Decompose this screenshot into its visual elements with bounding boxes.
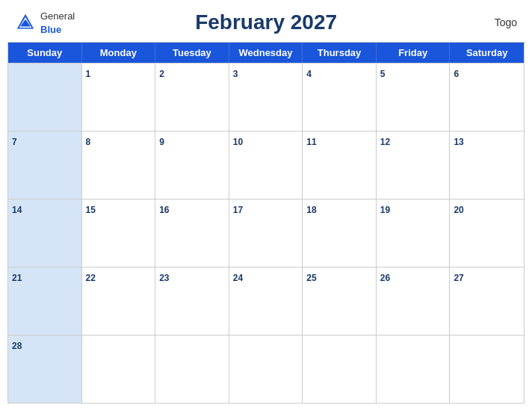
header-saturday: Saturday [450,43,524,63]
calendar-cell: 14 [8,200,82,267]
calendar-cell: 25 [303,268,377,335]
calendar-cell: 24 [229,268,303,335]
calendar-cell: 15 [82,200,156,267]
header-friday: Friday [377,43,451,63]
logo-icon [15,12,36,33]
calendar-cell: 11 [303,132,377,199]
cell-number: 28 [12,341,22,351]
cell-number: 5 [380,69,386,79]
cell-number: 6 [454,69,459,79]
calendar-cell: 10 [229,132,303,199]
cell-number: 26 [380,273,390,283]
cell-number: 17 [233,205,243,215]
cell-number: 9 [159,137,164,147]
logo: General Blue [15,9,75,36]
calendar-cell: 27 [450,268,524,335]
logo-general: General [40,10,75,22]
cell-number: 2 [159,69,164,79]
calendar-cell [82,336,156,403]
calendar-cell: 20 [450,200,524,267]
cell-number: 19 [380,205,390,215]
calendar-cell [377,336,451,403]
calendar-cell: 9 [155,132,229,199]
cell-number: 24 [233,273,243,283]
days-header: Sunday Monday Tuesday Wednesday Thursday… [8,43,524,63]
header-wednesday: Wednesday [229,43,303,63]
cell-number: 23 [159,273,169,283]
week-row-3: 14151617181920 [8,199,524,267]
page-header: General Blue February 2027 Togo [0,0,532,42]
calendar-cell: 7 [8,132,82,199]
week-row-5: 28 [8,335,524,403]
calendar-cell: 6 [450,64,524,131]
calendar-cell [229,336,303,403]
cell-number: 27 [454,273,463,283]
week-row-1: 123456 [8,63,524,131]
calendar-cell: 12 [377,132,451,199]
calendar-cell: 3 [229,64,303,131]
calendar-cell: 17 [229,200,303,267]
cell-number: 1 [86,69,91,79]
calendar-body: 1234567891011121314151617181920212223242… [8,63,524,403]
calendar-title: February 2027 [75,10,457,34]
cell-number: 20 [454,205,463,215]
calendar-cell: 4 [303,64,377,131]
calendar-cell: 18 [303,200,377,267]
calendar-cell: 16 [155,200,229,267]
calendar-cell: 19 [377,200,451,267]
week-row-4: 21222324252627 [8,267,524,335]
calendar-cell: 1 [82,64,156,131]
calendar-cell: 8 [82,132,156,199]
calendar: Sunday Monday Tuesday Wednesday Thursday… [7,42,525,404]
cell-number: 8 [86,137,91,147]
country-label: Togo [457,16,517,28]
calendar-cell [450,336,524,403]
cell-number: 25 [306,273,316,283]
calendar-cell: 5 [377,64,451,131]
header-tuesday: Tuesday [155,43,229,63]
cell-number: 15 [86,205,96,215]
cell-number: 10 [233,137,243,147]
calendar-cell [303,336,377,403]
header-monday: Monday [82,43,156,63]
calendar-cell: 21 [8,268,82,335]
cell-number: 3 [233,69,238,79]
cell-number: 4 [306,69,312,79]
week-row-2: 78910111213 [8,131,524,199]
calendar-cell: 28 [8,336,82,403]
calendar-cell: 2 [155,64,229,131]
logo-blue: Blue [40,24,61,35]
header-sunday: Sunday [8,43,82,63]
cell-number: 21 [12,273,22,283]
calendar-cell: 13 [450,132,524,199]
cell-number: 22 [86,273,96,283]
cell-number: 7 [12,137,17,147]
cell-number: 12 [380,137,390,147]
cell-number: 14 [12,205,22,215]
cell-number: 16 [159,205,169,215]
cell-number: 18 [306,205,316,215]
calendar-cell: 22 [82,268,156,335]
header-thursday: Thursday [303,43,377,63]
cell-number: 13 [454,137,463,147]
calendar-cell [8,64,82,131]
calendar-cell [155,336,229,403]
cell-number: 11 [306,137,316,147]
calendar-cell: 23 [155,268,229,335]
calendar-cell: 26 [377,268,451,335]
